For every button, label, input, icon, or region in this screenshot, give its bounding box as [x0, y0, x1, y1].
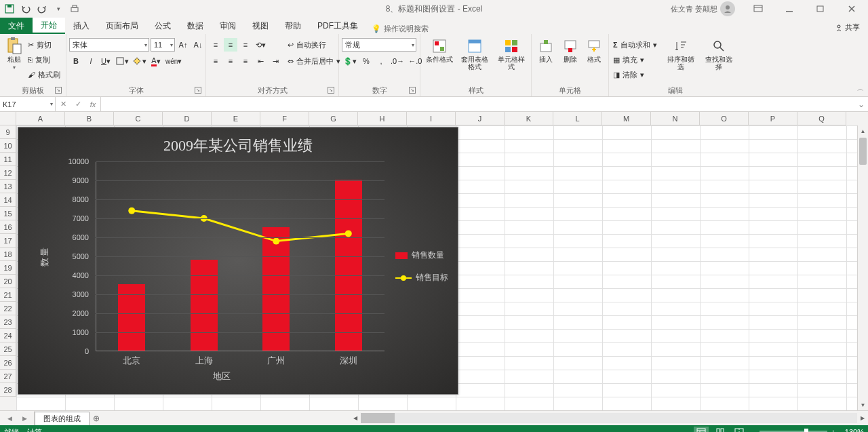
conditional-format-button[interactable]: 条件格式 [423, 35, 455, 66]
row-header-16[interactable]: 16 [0, 220, 16, 234]
phonetic-button[interactable]: wén▾ [164, 54, 183, 68]
y-axis[interactable]: 0100020003000400050006000700080009000100… [59, 161, 93, 351]
vscroll-thumb[interactable] [859, 138, 867, 165]
row-header-10[interactable]: 10 [0, 139, 16, 153]
col-header-H[interactable]: H [358, 112, 407, 125]
x-axis-title[interactable]: 地区 [213, 370, 231, 382]
fill-color-button[interactable]: ▾ [132, 54, 148, 68]
row-header-27[interactable]: 27 [0, 370, 16, 383]
border-button[interactable]: ▾ [114, 54, 130, 68]
align-top-icon[interactable]: ≡ [209, 38, 222, 52]
hscroll-thumb[interactable] [361, 413, 395, 423]
row-header-18[interactable]: 18 [0, 248, 16, 261]
col-header-B[interactable]: B [65, 112, 114, 125]
tab-home[interactable]: 开始 [33, 18, 65, 34]
close-button[interactable] [838, 1, 865, 17]
percent-format-icon[interactable]: % [359, 54, 373, 68]
format-cells-button[interactable]: 格式 [583, 35, 606, 66]
autosum-button[interactable]: Σ自动求和▾ [612, 38, 660, 52]
row-header-11[interactable]: 11 [0, 153, 16, 166]
insert-function-icon[interactable]: fx [85, 98, 100, 111]
col-header-G[interactable]: G [309, 112, 358, 125]
sheet-next-icon[interactable]: ▶ [18, 412, 31, 425]
tab-pdf-tools[interactable]: PDF工具集 [309, 18, 366, 34]
chart-title[interactable]: 2009年某公司销售业绩 [18, 127, 458, 156]
redo-icon[interactable] [35, 2, 49, 16]
tab-insert[interactable]: 插入 [65, 18, 98, 34]
x-category-label[interactable]: 北京 [123, 355, 140, 367]
col-header-O[interactable]: O [700, 112, 749, 125]
row-header-26[interactable]: 26 [0, 356, 16, 370]
increase-indent-icon[interactable]: ⇥ [269, 54, 282, 68]
col-header-P[interactable]: P [749, 112, 797, 125]
merge-center-button[interactable]: ⇔合并后居中▾ [286, 54, 346, 68]
comma-format-icon[interactable]: , [374, 54, 388, 68]
vertical-scrollbar[interactable]: ▲ ▼ [857, 125, 868, 410]
scroll-right-icon[interactable]: ▶ [857, 411, 868, 425]
qat-customize-icon[interactable]: ▾ [52, 2, 65, 16]
sheet-tab-active[interactable]: 图表的组成 [35, 412, 90, 425]
sort-filter-button[interactable]: 排序和筛选 [663, 35, 698, 73]
tell-me-search[interactable]: 💡 操作说明搜索 [372, 24, 429, 34]
font-name-combo[interactable]: 宋体 [69, 38, 149, 52]
minimize-button[interactable] [776, 1, 803, 17]
print-preview-icon[interactable] [68, 2, 81, 16]
tab-view[interactable]: 视图 [244, 18, 277, 34]
tab-help[interactable]: 帮助 [277, 18, 309, 34]
select-all-triangle[interactable] [0, 112, 16, 125]
row-header-25[interactable]: 25 [0, 342, 16, 356]
row-header-22[interactable]: 22 [0, 302, 16, 315]
col-header-E[interactable]: E [212, 112, 260, 125]
enter-formula-icon[interactable]: ✓ [71, 98, 85, 111]
col-header-J[interactable]: J [456, 112, 505, 125]
scroll-down-icon[interactable]: ▼ [858, 399, 868, 410]
font-dialog-launcher[interactable]: ↘ [195, 87, 201, 94]
decrease-indent-icon[interactable]: ⇤ [254, 54, 267, 68]
scroll-left-icon[interactable]: ◀ [350, 411, 361, 425]
y-axis-title[interactable]: 数量 [39, 246, 51, 267]
delete-cells-button[interactable]: 删除 [559, 35, 582, 66]
find-select-button[interactable]: 查找和选择 [701, 35, 736, 73]
new-sheet-button[interactable]: ⊕ [90, 411, 103, 425]
col-header-N[interactable]: N [651, 112, 700, 125]
plot-area[interactable]: 数量 0100020003000400050006000700080009000… [59, 161, 384, 351]
name-box[interactable]: K17 [0, 97, 56, 111]
number-format-combo[interactable]: 常规 [342, 38, 416, 52]
col-header-C[interactable]: C [114, 112, 163, 125]
format-painter-button[interactable]: 🖌格式刷 [26, 68, 63, 81]
align-right-icon[interactable]: ≡ [239, 54, 252, 68]
bar-上海[interactable] [191, 260, 218, 351]
col-header-A[interactable]: A [16, 112, 65, 125]
account-area[interactable]: 佐文青 姜颠想 [671, 1, 735, 16]
ribbon-display-options-icon[interactable] [745, 1, 772, 17]
legend-entry-bars[interactable]: 销售数量 [395, 250, 448, 261]
col-header-F[interactable]: F [260, 112, 309, 125]
underline-button[interactable]: U▾ [99, 54, 113, 68]
copy-button[interactable]: ⎘复制 [26, 53, 63, 66]
align-center-icon[interactable]: ≡ [224, 54, 237, 68]
row-header-21[interactable]: 21 [0, 288, 16, 302]
x-category-label[interactable]: 上海 [195, 355, 213, 367]
increase-font-icon[interactable]: A↑ [176, 38, 190, 52]
zoom-percent[interactable]: 130% [840, 428, 864, 432]
italic-button[interactable]: I [84, 54, 98, 68]
save-icon[interactable] [3, 2, 16, 16]
formula-input[interactable] [101, 97, 854, 111]
alignment-dialog-launcher[interactable]: ↘ [328, 87, 334, 94]
row-header-9[interactable]: 9 [0, 125, 16, 139]
zoom-out-button[interactable]: − [751, 428, 755, 432]
align-middle-icon[interactable]: ≡ [224, 38, 237, 52]
row-header-20[interactable]: 20 [0, 275, 16, 288]
tab-page-layout[interactable]: 页面布局 [98, 18, 146, 34]
increase-decimal-icon[interactable]: .0→ [389, 54, 406, 68]
collapse-ribbon-icon[interactable]: ︿ [856, 83, 865, 95]
row-header-13[interactable]: 13 [0, 180, 16, 193]
align-bottom-icon[interactable]: ≡ [239, 38, 252, 52]
x-category-label[interactable]: 深圳 [340, 355, 357, 367]
page-break-view-icon[interactable] [732, 427, 747, 432]
row-header-15[interactable]: 15 [0, 207, 16, 220]
wrap-text-button[interactable]: ↩自动换行 [286, 38, 339, 52]
tab-data[interactable]: 数据 [179, 18, 212, 34]
row-header-14[interactable]: 14 [0, 193, 16, 207]
align-left-icon[interactable]: ≡ [209, 54, 222, 68]
